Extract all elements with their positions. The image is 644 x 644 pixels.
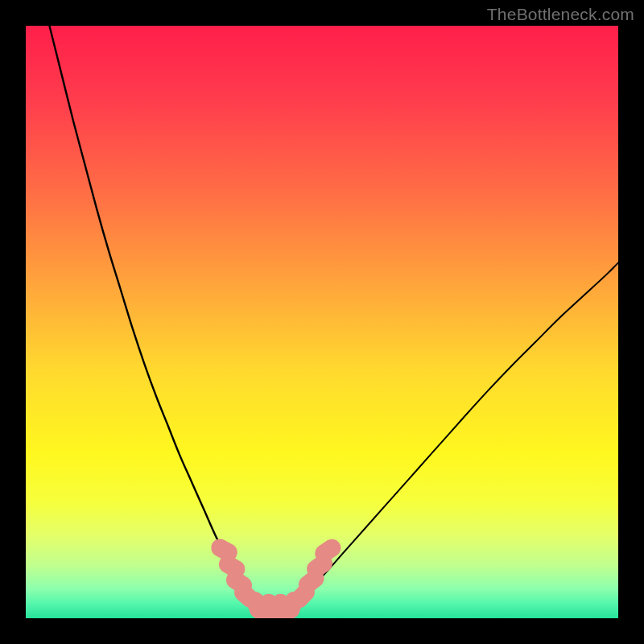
chart-svg [26, 26, 618, 618]
watermark-text: TheBottleneck.com [487, 5, 634, 24]
chart-frame: TheBottleneck.com [0, 0, 644, 644]
plot-area [26, 26, 618, 618]
gradient-background [26, 26, 618, 618]
